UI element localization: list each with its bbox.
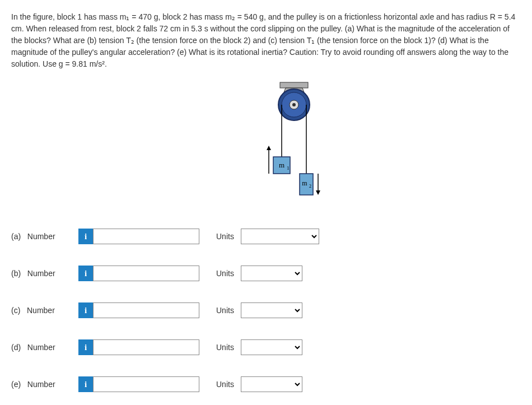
svg-marker-14 <box>267 146 271 150</box>
svg-text:1: 1 <box>287 165 290 171</box>
info-icon[interactable]: i <box>78 229 93 244</box>
number-input-c[interactable] <box>93 302 199 318</box>
units-select-a[interactable] <box>241 229 319 244</box>
units-select-c[interactable] <box>241 302 302 318</box>
units-label: Units <box>216 306 234 315</box>
figure-diagram: m 1 m 2 <box>11 81 521 206</box>
units-select-b[interactable] <box>241 266 302 281</box>
units-label: Units <box>216 232 234 241</box>
problem-statement: In the figure, block 1 has mass m₁ = 470… <box>11 11 521 70</box>
svg-text:m: m <box>302 179 307 187</box>
answer-row-a: (a) Number i Units <box>11 229 521 244</box>
svg-text:2: 2 <box>309 184 311 189</box>
svg-point-4 <box>292 103 296 106</box>
svg-marker-16 <box>316 190 320 195</box>
units-select-e[interactable] <box>241 376 302 392</box>
row-label: (e) Number <box>11 380 78 389</box>
answer-row-b: (b) Number i Units <box>11 266 521 281</box>
number-input-a[interactable] <box>93 229 199 244</box>
row-label: (a) Number <box>11 232 78 241</box>
svg-text:m: m <box>279 161 284 169</box>
units-label: Units <box>216 343 234 352</box>
answer-row-d: (d) Number i Units <box>11 339 521 355</box>
answers-section: (a) Number i Units (b) Number i Units (c… <box>11 229 521 392</box>
number-input-e[interactable] <box>93 376 199 392</box>
units-label: Units <box>216 380 234 389</box>
units-label: Units <box>216 269 234 278</box>
info-icon[interactable]: i <box>78 302 93 318</box>
row-label: (d) Number <box>11 343 78 352</box>
units-select-d[interactable] <box>241 339 302 355</box>
info-icon[interactable]: i <box>78 266 93 281</box>
info-icon[interactable]: i <box>78 339 93 355</box>
answer-row-e: (e) Number i Units <box>11 376 521 392</box>
row-label: (b) Number <box>11 269 78 278</box>
answer-row-c: (c) Number i Units <box>11 302 521 318</box>
svg-rect-0 <box>280 82 308 88</box>
info-icon[interactable]: i <box>78 376 93 392</box>
row-label: (c) Number <box>11 306 78 315</box>
number-input-b[interactable] <box>93 266 199 281</box>
number-input-d[interactable] <box>93 339 199 355</box>
